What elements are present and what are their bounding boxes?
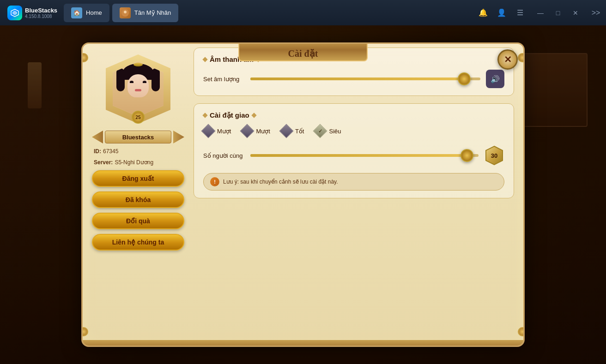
right-content: Âm thanh âm Set âm lượng 🔊 bbox=[194, 48, 514, 336]
close-window-button[interactable]: ✕ bbox=[567, 5, 584, 21]
people-count-badge: 30 bbox=[484, 145, 504, 166]
avatar-inner bbox=[113, 61, 164, 117]
app-name: BlueStacks bbox=[25, 7, 57, 14]
display-section-title: Cài đặt giao bbox=[203, 111, 504, 119]
svg-marker-1 bbox=[12, 11, 17, 15]
taskbar-controls: 🔔 👤 ☰ — □ ✕ >> bbox=[477, 5, 602, 21]
volume-slider-track[interactable] bbox=[250, 78, 480, 80]
svg-point-3 bbox=[124, 11, 127, 13]
account-icon[interactable]: 👤 bbox=[495, 6, 508, 19]
quality-label-2: Tốt bbox=[295, 128, 304, 135]
scroll-bottom-decoration bbox=[81, 340, 525, 347]
server-label: Server: bbox=[94, 159, 113, 166]
people-slider-label: Số người cùng bbox=[203, 152, 245, 159]
game-tab-label: Tân Mỹ Nhân bbox=[134, 9, 171, 16]
name-prev-arrow[interactable] bbox=[92, 131, 103, 143]
locked-button[interactable]: Đã khóa bbox=[92, 191, 184, 208]
scroll-knob-right-top bbox=[518, 53, 525, 62]
quality-option-3[interactable]: ✓ Siêu bbox=[315, 126, 341, 136]
id-label: ID: bbox=[94, 148, 101, 155]
home-tab-label: Home bbox=[86, 9, 102, 16]
people-slider-row: Số người cùng bbox=[203, 145, 504, 166]
volume-label: Set âm lượng bbox=[203, 76, 245, 83]
more-icon[interactable]: >> bbox=[589, 6, 602, 19]
username-display: Bluestacks bbox=[105, 131, 171, 143]
logout-button[interactable]: Đăng xuất bbox=[92, 170, 184, 187]
quality-option-1[interactable]: Mượt bbox=[242, 126, 270, 136]
maximize-button[interactable]: □ bbox=[550, 5, 566, 21]
server-row: Server: S5-Nghi Dương bbox=[92, 159, 184, 166]
id-row: ID: 67345 bbox=[92, 148, 184, 155]
modal-overlay: Cài đặt ✕ bbox=[0, 25, 606, 364]
display-section: Cài đặt giao Mượt bbox=[194, 103, 514, 198]
server-value: S5-Nghi Dương bbox=[115, 159, 153, 166]
home-tab-icon: 🏠 bbox=[71, 7, 82, 18]
display-title-diamond-right bbox=[251, 113, 256, 118]
settings-panel: Cài đặt ✕ bbox=[81, 42, 525, 347]
people-slider-track[interactable] bbox=[250, 154, 479, 157]
exchange-button[interactable]: Đổi quà bbox=[92, 213, 184, 229]
quality-option-0[interactable]: Mượt bbox=[203, 126, 231, 136]
id-value: 67345 bbox=[103, 148, 118, 155]
volume-slider-thumb[interactable] bbox=[458, 72, 471, 85]
level-badge: 25 bbox=[132, 111, 145, 124]
quality-option-2[interactable]: Tốt bbox=[281, 126, 304, 136]
audio-title-diamond bbox=[202, 57, 207, 62]
notice-text: Lưu ý: sau khi chuyển cảnh sẽ lưu cài đặ… bbox=[223, 179, 338, 185]
people-slider-thumb[interactable] bbox=[461, 149, 473, 162]
avatar-face bbox=[113, 61, 164, 117]
bluestacks-logo: BlueStacks 4.150.8.1008 bbox=[4, 4, 61, 22]
quality-diamond-0 bbox=[201, 124, 215, 138]
game-tab[interactable]: Tân Mỹ Nhân bbox=[112, 4, 179, 22]
panel-title: Cài đặt bbox=[288, 42, 318, 65]
volume-slider-fill bbox=[250, 78, 464, 80]
quality-diamond-3-checked: ✓ bbox=[313, 124, 327, 138]
quality-label-0: Mượt bbox=[217, 128, 231, 135]
window-controls: — □ ✕ bbox=[532, 5, 584, 21]
quality-label-1: Mượt bbox=[256, 128, 270, 135]
volume-slider-row: Set âm lượng 🔊 bbox=[203, 70, 504, 88]
notice-icon: ! bbox=[210, 177, 219, 186]
left-sidebar: 25 Bluestacks ID: 67345 bbox=[92, 48, 184, 336]
minimize-button[interactable]: — bbox=[532, 5, 549, 21]
name-bar: Bluestacks bbox=[92, 131, 184, 143]
game-tab-icon bbox=[120, 7, 131, 18]
app-version: 4.150.8.1008 bbox=[25, 14, 57, 19]
title-banner: Cài đặt bbox=[238, 42, 368, 61]
menu-icon[interactable]: ☰ bbox=[514, 6, 527, 19]
scroll-knob-right-bottom bbox=[518, 327, 525, 336]
volume-toggle-button[interactable]: 🔊 bbox=[486, 70, 504, 88]
bluestacks-icon bbox=[7, 6, 22, 20]
quality-options-row: Mượt Mượt bbox=[203, 126, 504, 136]
quality-label-3: Siêu bbox=[329, 128, 341, 135]
display-title-diamond bbox=[202, 113, 207, 118]
taskbar: BlueStacks 4.150.8.1008 🏠 Home Tân Mỹ Nh… bbox=[0, 0, 606, 25]
panel-body: 25 Bluestacks ID: 67345 bbox=[83, 44, 523, 346]
game-area: Cài đặt ✕ bbox=[0, 25, 606, 364]
bell-icon[interactable]: 🔔 bbox=[477, 6, 490, 19]
avatar-container: 25 bbox=[101, 52, 175, 126]
name-next-arrow[interactable] bbox=[173, 131, 184, 143]
quality-diamond-1 bbox=[240, 124, 255, 138]
contact-button[interactable]: Liên hệ chúng ta bbox=[92, 234, 184, 251]
quality-diamond-2 bbox=[279, 124, 293, 138]
notice-bar: ! Lưu ý: sau khi chuyển cảnh sẽ lưu cài … bbox=[203, 173, 504, 191]
home-tab[interactable]: 🏠 Home bbox=[64, 4, 109, 22]
people-slider-fill bbox=[250, 154, 467, 157]
close-button[interactable]: ✕ bbox=[497, 49, 518, 70]
